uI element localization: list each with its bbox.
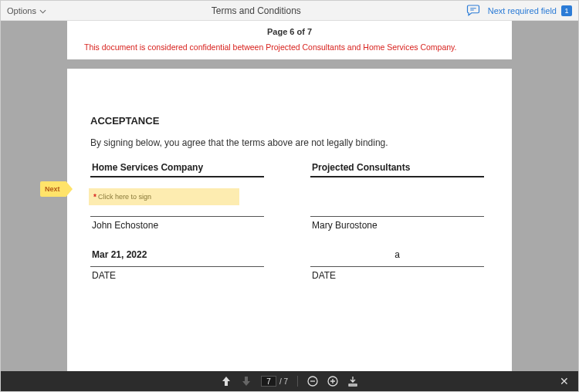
- left-signature-slot: * Click here to sign: [90, 191, 264, 207]
- toolbar-divider: [297, 376, 298, 387]
- right-signer-name: Mary Burostone: [310, 216, 484, 231]
- next-required-link[interactable]: Next required field 1: [488, 5, 572, 16]
- viewer-toolbar: / 7 ✕: [1, 371, 578, 391]
- signature-placeholder: Click here to sign: [98, 193, 151, 201]
- current-page: Next ACCEPTANCE By signing below, you ag…: [67, 69, 512, 371]
- signature-column-left: Home Services Company * Click here to si…: [90, 162, 264, 281]
- chevron-down-icon: [39, 6, 46, 15]
- left-date-label: DATE: [90, 266, 264, 281]
- doc-title: Terms and Conditions: [46, 5, 466, 16]
- zoom-out-icon[interactable]: [307, 376, 318, 387]
- toolbar-center: / 7: [221, 376, 358, 387]
- next-field-tag[interactable]: Next: [40, 181, 73, 197]
- signature-field[interactable]: * Click here to sign: [89, 188, 239, 205]
- left-company-name: Home Services Company: [90, 162, 264, 177]
- next-required-count: 1: [561, 5, 572, 16]
- zoom-in-icon[interactable]: [327, 376, 338, 387]
- close-icon[interactable]: ✕: [560, 375, 569, 387]
- right-date-value: a: [310, 249, 484, 266]
- next-required-label: Next required field: [488, 6, 557, 15]
- page-up-icon[interactable]: [221, 376, 232, 387]
- section-title: ACCEPTANCE: [90, 115, 489, 127]
- document-viewer: Page 6 of 7 This document is considered …: [1, 21, 578, 371]
- left-signer-name: John Echostone: [90, 216, 264, 231]
- right-date-label: DATE: [310, 266, 484, 281]
- page-indicator: / 7: [261, 376, 288, 387]
- section-intro: By signing below, you agree that the ter…: [90, 137, 489, 148]
- prev-page-number: Page 6 of 7: [80, 27, 499, 36]
- left-date-value: Mar 21, 2022: [90, 249, 264, 266]
- header-right: Next required field 1: [466, 3, 572, 19]
- right-company-name: Projected Consultants: [310, 162, 484, 177]
- download-icon[interactable]: [347, 376, 358, 387]
- options-label: Options: [7, 6, 36, 15]
- page-down-icon: [241, 376, 252, 387]
- confidential-notice: This document is considered confidential…: [80, 42, 499, 52]
- app-header: Options Terms and Conditions Next requir…: [1, 1, 578, 21]
- comment-icon[interactable]: [466, 3, 480, 19]
- total-pages: / 7: [279, 377, 288, 386]
- required-asterisk-icon: *: [93, 193, 96, 201]
- current-page-input[interactable]: [261, 376, 276, 387]
- previous-page-strip: Page 6 of 7 This document is considered …: [67, 21, 512, 59]
- signature-columns: Home Services Company * Click here to si…: [90, 162, 489, 281]
- signature-column-right: Projected Consultants Mary Burostone a D…: [310, 162, 484, 281]
- right-signature-slot: [310, 191, 484, 207]
- options-menu[interactable]: Options: [7, 6, 46, 15]
